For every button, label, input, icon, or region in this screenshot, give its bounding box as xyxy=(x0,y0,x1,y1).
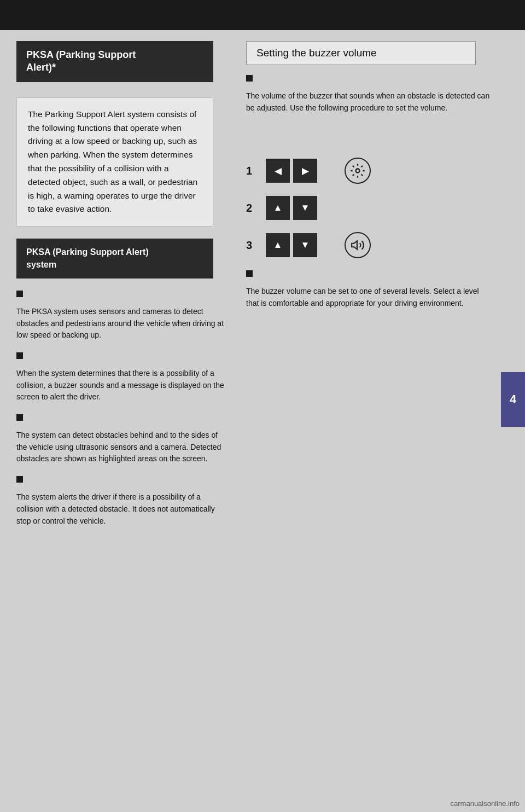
gear-icon xyxy=(345,158,371,184)
chapter-tab: 4 xyxy=(501,372,525,427)
right-section-1-text: The volume of the buzzer that sounds whe… xyxy=(246,90,492,114)
step-1-right-btn[interactable]: ▶ xyxy=(293,159,317,183)
speaker-icon xyxy=(345,232,371,258)
left-section-2: When the system determines that there is… xyxy=(16,352,224,403)
pksa-system-line2: system xyxy=(26,260,56,269)
left-section-3: The system can detect obstacles behind a… xyxy=(16,414,224,465)
left-column: PKSA (Parking Support Alert)* The Parkin… xyxy=(16,30,230,527)
step-3-down-btn[interactable]: ▼ xyxy=(293,233,317,257)
pksa-system-title: PKSA (Parking Support Alert) system xyxy=(26,246,203,271)
pksa-system-line1: PKSA (Parking Support Alert) xyxy=(26,247,149,257)
left-section-1: The PKSA system uses sensors and cameras… xyxy=(16,291,224,341)
step-number-3: 3 xyxy=(246,239,266,252)
right-column: Setting the buzzer volume The volume of … xyxy=(246,30,503,310)
left-section-4: The system alerts the driver if there is… xyxy=(16,476,224,527)
pksa-info-box: The Parking Support Alert system consist… xyxy=(16,97,213,227)
step-1-btn-group: ◀ ▶ xyxy=(266,159,317,183)
pksa-header-title: PKSA (Parking Support Alert)* xyxy=(26,49,203,74)
bullet-4 xyxy=(16,476,23,483)
svg-marker-1 xyxy=(352,241,357,250)
pksa-info-text: The Parking Support Alert system consist… xyxy=(28,109,197,214)
left-section-2-text: When the system determines that there is… xyxy=(16,368,224,403)
pksa-system-box: PKSA (Parking Support Alert) system xyxy=(16,239,213,279)
bottom-watermark: carmanualsonline.info xyxy=(451,799,520,808)
step-row-3: 3 ▲ ▼ xyxy=(246,232,492,258)
step-2-btn-group: ▲ ▼ xyxy=(266,196,317,220)
step-number-1: 1 xyxy=(246,165,266,177)
step-row-1: 1 ◀ ▶ xyxy=(246,158,492,184)
right-section-1: The volume of the buzzer that sounds whe… xyxy=(246,75,492,114)
watermark-text: carmanualsonline.info xyxy=(451,799,520,808)
bullet-3 xyxy=(16,414,23,421)
step-1-gear-icon-wrapper xyxy=(345,158,371,184)
bullet-1 xyxy=(16,291,23,297)
step-3-btn-group: ▲ ▼ xyxy=(266,233,317,257)
step-3-speaker-icon-wrapper xyxy=(345,232,371,258)
buzzer-header-box: Setting the buzzer volume xyxy=(246,41,476,65)
right-bullet-1 xyxy=(246,75,253,82)
pksa-title-line2: Alert)* xyxy=(26,62,56,73)
buzzer-header-text: Setting the buzzer volume xyxy=(256,47,377,59)
left-section-3-text: The system can detect obstacles behind a… xyxy=(16,430,224,465)
bullet-2 xyxy=(16,352,23,359)
pksa-title-line1: PKSA (Parking Support xyxy=(26,49,136,60)
svg-point-0 xyxy=(356,169,360,173)
top-bar xyxy=(0,0,525,30)
right-section-2-text: The buzzer volume can be set to one of s… xyxy=(246,286,492,309)
left-section-4-text: The system alerts the driver if there is… xyxy=(16,491,224,527)
steps-area: 1 ◀ ▶ 2 ▲ ▼ 3 xyxy=(246,158,492,258)
step-3-up-btn[interactable]: ▲ xyxy=(266,233,290,257)
left-section-1-text: The PKSA system uses sensors and cameras… xyxy=(16,306,224,341)
step-2-down-btn[interactable]: ▼ xyxy=(293,196,317,220)
step-1-left-btn[interactable]: ◀ xyxy=(266,159,290,183)
step-row-2: 2 ▲ ▼ xyxy=(246,196,492,220)
chapter-number: 4 xyxy=(510,392,516,407)
step-2-up-btn[interactable]: ▲ xyxy=(266,196,290,220)
step-number-2: 2 xyxy=(246,202,266,214)
right-bullet-2 xyxy=(246,270,253,277)
right-section-2: The buzzer volume can be set to one of s… xyxy=(246,270,492,309)
pksa-header-box: PKSA (Parking Support Alert)* xyxy=(16,41,213,82)
